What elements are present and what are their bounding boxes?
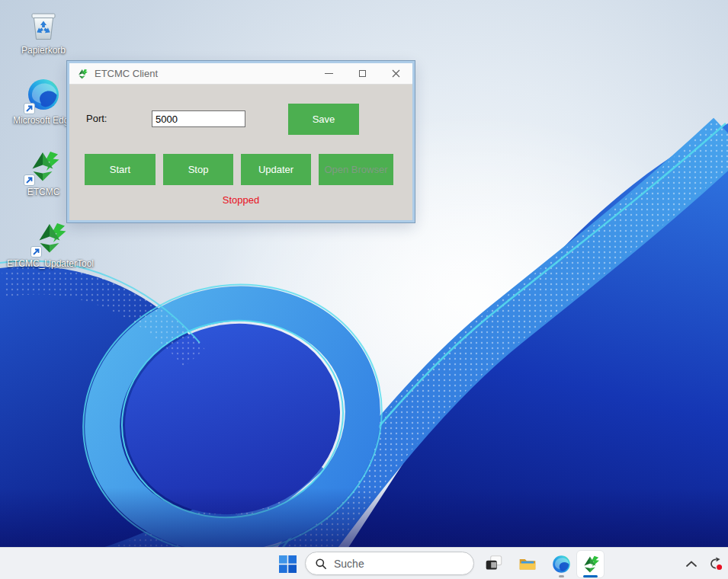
taskbar-file-explorer-button[interactable]: [515, 552, 540, 576]
windows-logo-icon: [279, 555, 297, 573]
window-body: Port: Save Start Stop Updater Open Brows…: [69, 85, 412, 220]
minimize-button[interactable]: [312, 63, 345, 84]
minimize-icon: [325, 73, 333, 74]
window-app-icon: [76, 68, 88, 80]
updater-button[interactable]: Updater: [241, 154, 311, 185]
taskbar-etcmc-button[interactable]: [576, 550, 605, 578]
port-input[interactable]: [152, 110, 245, 127]
open-browser-button[interactable]: Open Browser: [319, 154, 393, 185]
chevron-up-icon: [685, 560, 698, 568]
close-button[interactable]: [379, 63, 412, 84]
taskbar: Suche: [0, 547, 728, 579]
taskbar-search[interactable]: Suche: [305, 552, 474, 575]
maximize-button[interactable]: [345, 63, 379, 84]
recycle-bin-icon: [25, 6, 62, 43]
search-icon: [315, 558, 327, 570]
search-placeholder-text: Suche: [334, 558, 364, 570]
port-label: Port:: [86, 113, 107, 124]
desktop-icon-label: ETCMC: [27, 187, 60, 197]
tray-update-status-button[interactable]: [704, 552, 728, 576]
edge-icon: [551, 554, 572, 574]
desktop-icon-label: Microsoft Edge: [13, 115, 74, 126]
maximize-icon: [359, 70, 366, 77]
tray-hidden-icons-button[interactable]: [679, 552, 704, 576]
start-button[interactable]: Start: [85, 154, 156, 185]
etcmc-active-indicator: [583, 575, 598, 577]
shortcut-arrow-icon: [24, 174, 35, 186]
save-button[interactable]: Save: [288, 104, 359, 135]
task-view-icon: [484, 554, 504, 574]
stop-button[interactable]: Stop: [163, 154, 233, 185]
desktop-icon-label: ETCMC_UpdaterTool: [7, 258, 94, 269]
status-text: Stopped: [69, 194, 412, 206]
desktop-icon-label: Papierkorb: [21, 45, 66, 56]
shortcut-arrow-icon: [30, 246, 42, 258]
window-titlebar[interactable]: ETCMC Client: [69, 63, 412, 85]
etcmc-client-window: ETCMC Client Port: Save Start Stop Updat…: [67, 61, 415, 222]
desktop-icon-etcmc-updatertool[interactable]: ETCMC_UpdaterTool: [1, 219, 100, 269]
file-explorer-icon: [518, 554, 537, 574]
edge-running-indicator: [559, 575, 564, 577]
close-icon: [392, 69, 400, 78]
taskbar-edge-button[interactable]: [549, 552, 573, 576]
start-button-taskbar[interactable]: [275, 552, 300, 576]
update-restart-icon: [708, 556, 723, 571]
etcmc-icon: [580, 554, 601, 574]
desktop-icon-recycle-bin[interactable]: Papierkorb: [10, 6, 77, 56]
taskbar-task-view-button[interactable]: [482, 552, 506, 576]
window-title: ETCMC Client: [95, 68, 158, 79]
shortcut-arrow-icon: [24, 103, 35, 114]
